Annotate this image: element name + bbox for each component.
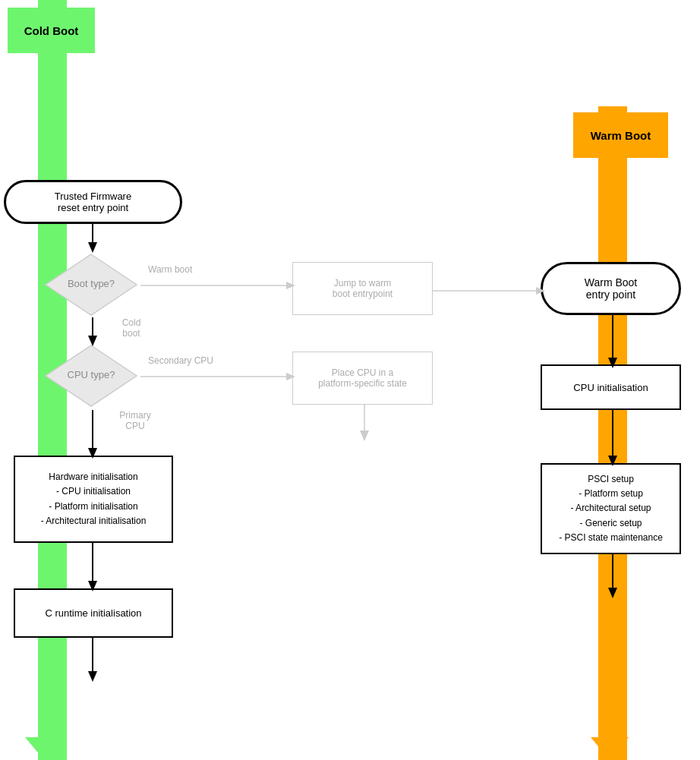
cold-boot-label: Cold Boot bbox=[8, 8, 95, 53]
warm-boot-entry-pill: Warm Boot entry point bbox=[541, 262, 681, 315]
hw-init-box: Hardware initialisation - CPU initialisa… bbox=[14, 456, 173, 543]
arrow-cpu-init-to-psci bbox=[605, 410, 620, 468]
tf-reset-entry: Trusted Firmware reset entry point bbox=[4, 180, 182, 224]
boot-type-diamond: Boot type? bbox=[42, 251, 140, 319]
svg-marker-9 bbox=[88, 336, 97, 346]
svg-marker-23 bbox=[25, 737, 63, 760]
arrow-c-runtime-down bbox=[85, 638, 100, 683]
cpu-init-box: CPU initialisation bbox=[541, 364, 681, 410]
arrow-boot-to-jump bbox=[140, 279, 296, 292]
arrow-cpu-to-hw-init bbox=[85, 410, 100, 460]
svg-marker-5 bbox=[286, 282, 295, 289]
svg-text:CPU type?: CPU type? bbox=[68, 369, 115, 380]
svg-rect-22 bbox=[38, 699, 52, 739]
svg-marker-21 bbox=[88, 671, 97, 682]
warm-boot-branch-label: Warm boot bbox=[148, 264, 192, 275]
arrow-boot-to-cpu-diamond bbox=[85, 317, 100, 348]
svg-marker-29 bbox=[608, 588, 617, 598]
cpu-type-diamond: CPU type? bbox=[42, 342, 140, 410]
svg-rect-30 bbox=[604, 699, 617, 739]
arrow-place-cpu-down bbox=[357, 405, 372, 443]
warm-boot-label: Warm Boot bbox=[573, 112, 668, 158]
cold-boot-exit-arrow bbox=[21, 699, 67, 760]
svg-marker-13 bbox=[286, 373, 295, 380]
secondary-cpu-label: Secondary CPU bbox=[148, 355, 213, 366]
place-cpu-box: Place CPU in a platform-specific state bbox=[292, 352, 433, 405]
cold-boot-branch-label: Cold boot bbox=[112, 317, 150, 339]
svg-marker-15 bbox=[360, 430, 369, 441]
svg-marker-19 bbox=[88, 581, 97, 591]
svg-marker-31 bbox=[591, 737, 629, 760]
svg-marker-17 bbox=[88, 448, 97, 459]
c-runtime-box: C runtime initialisation bbox=[14, 588, 173, 638]
arrow-hw-init-to-c-runtime bbox=[85, 543, 100, 593]
jump-warm-boot-box: Jump to warm boot entrypoint bbox=[292, 262, 433, 315]
svg-marker-7 bbox=[536, 287, 545, 295]
arrow-psci-down bbox=[605, 554, 620, 600]
primary-cpu-label: Primary CPU bbox=[112, 410, 158, 431]
arrow-jump-to-wb-entry bbox=[433, 285, 547, 297]
arrow-wb-entry-to-cpu-init bbox=[605, 315, 620, 370]
svg-text:Boot type?: Boot type? bbox=[68, 278, 115, 289]
psci-box: PSCI setup - Platform setup - Architectu… bbox=[541, 463, 681, 554]
svg-marker-1 bbox=[88, 242, 97, 253]
arrow-tf-to-boot-diamond bbox=[85, 222, 100, 254]
svg-marker-25 bbox=[608, 358, 617, 368]
diagram: Cold Boot Warm Boot Trusted Firmware res… bbox=[0, 0, 700, 760]
warm-boot-exit-arrow bbox=[587, 699, 632, 760]
svg-marker-27 bbox=[608, 456, 617, 466]
arrow-cpu-to-place-cpu bbox=[140, 371, 296, 383]
